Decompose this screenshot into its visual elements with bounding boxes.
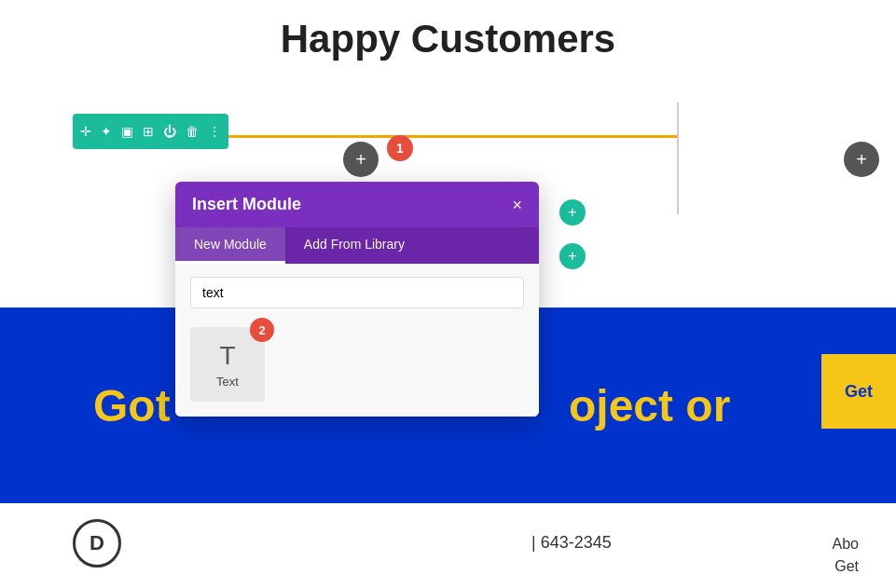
- yellow-btn-text: Get: [845, 382, 873, 402]
- banner-left-text: Got: [93, 380, 171, 431]
- vertical-divider: [677, 103, 679, 214]
- toolbar-power-icon[interactable]: ⏻: [163, 124, 176, 139]
- module-search-input[interactable]: [190, 277, 524, 308]
- toolbar: ✛ ✦ ▣ ⊞ ⏻ 🗑 ⋮: [73, 114, 228, 149]
- insert-module-modal: Insert Module × New Module Add From Libr…: [175, 182, 539, 417]
- module-text-item[interactable]: T Text 2: [190, 327, 265, 402]
- text-module-icon: T: [219, 341, 235, 371]
- modal-tabs: New Module Add From Library: [175, 227, 539, 264]
- tab-new-module[interactable]: New Module: [175, 227, 285, 264]
- green-add-button-1[interactable]: +: [559, 199, 586, 226]
- green-plus-icon-1: +: [568, 204, 576, 221]
- phone-number: | 643-2345: [531, 533, 612, 553]
- toolbar-delete-icon[interactable]: 🗑: [186, 124, 199, 139]
- about-text: Abo: [833, 536, 859, 553]
- toolbar-move-icon[interactable]: ✛: [80, 124, 91, 139]
- green-plus-icon-2: +: [568, 248, 576, 265]
- module-grid: T Text 2: [175, 318, 539, 417]
- toolbar-grid-icon[interactable]: ⊞: [143, 124, 154, 139]
- modal-close-button[interactable]: ×: [512, 197, 522, 213]
- toolbar-clone-icon[interactable]: ▣: [121, 124, 133, 139]
- d-logo: D: [73, 519, 121, 567]
- page-heading: Happy Customers: [0, 17, 896, 62]
- plus-right-icon: +: [856, 149, 867, 171]
- modal-header: Insert Module ×: [175, 182, 539, 227]
- get-link[interactable]: Get: [834, 558, 859, 575]
- plus-icon: +: [355, 149, 366, 171]
- toolbar-settings-icon[interactable]: ✦: [101, 124, 112, 139]
- text-module-label: Text: [216, 375, 239, 389]
- tab-add-from-library[interactable]: Add From Library: [285, 227, 423, 264]
- step-badge-2: 2: [250, 318, 274, 342]
- toolbar-more-icon[interactable]: ⋮: [208, 124, 221, 139]
- step-badge-1: 1: [387, 135, 413, 161]
- green-add-button-2[interactable]: +: [559, 243, 586, 269]
- add-module-right-button[interactable]: +: [844, 142, 879, 177]
- yellow-cta-button[interactable]: Get: [821, 354, 896, 429]
- modal-title: Insert Module: [192, 195, 301, 214]
- add-module-button[interactable]: +: [343, 142, 379, 177]
- modal-search-area: [175, 264, 539, 318]
- banner-right-text: oject or: [569, 380, 730, 431]
